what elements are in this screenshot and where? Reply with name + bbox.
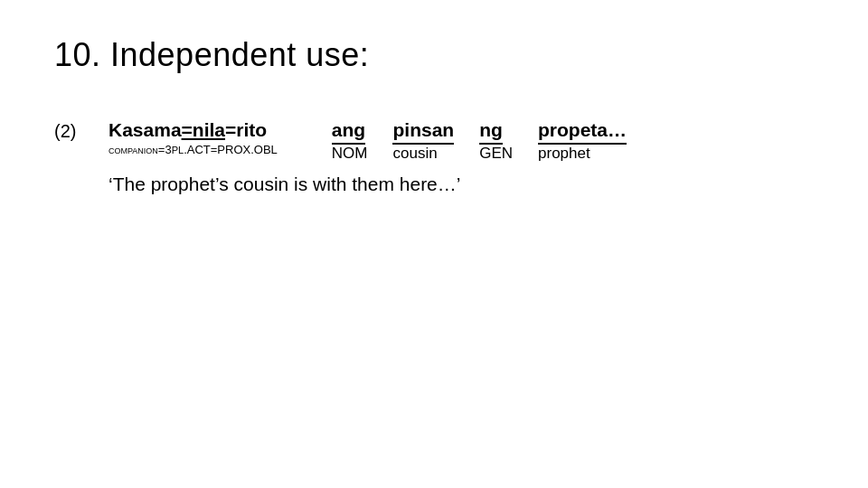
example-block: (2) Kasama=nila=rito companion=3PL.ACT=P… [54,119,814,195]
gloss-col-2-bottom: NOM [332,145,368,163]
gloss-col-4-top: ng [479,119,503,145]
gloss-col-3-top: pinsan [392,119,454,145]
gloss-col-5-bottom: prophet [538,145,590,163]
gloss-col-5-top: propeta… [538,119,627,145]
gloss-col-1-bottom: companion=3PL.ACT=PROX.OBL [108,143,278,156]
gloss-col-2: ang NOM [332,119,368,163]
gloss-col-3: pinsan cousin [392,119,454,163]
gloss-col-1-top: Kasama=nila=rito [108,119,267,143]
translation-line: ‘The prophet’s cousin is with them here…… [108,174,648,195]
word-kasama: Kasama [108,119,182,140]
gloss-col-2-top: ang [332,119,365,145]
gloss-col-5: propeta… prophet [538,119,627,163]
example-number: (2) [54,119,108,142]
page: 10. Independent use: (2) Kasama=nila=rit… [0,0,868,488]
word-rito: =rito [225,119,267,140]
example-content: Kasama=nila=rito companion=3PL.ACT=PROX.… [108,119,648,195]
gloss-col-4-bottom: GEN [479,145,513,163]
interlinear-gloss: Kasama=nila=rito companion=3PL.ACT=PROX.… [108,119,648,163]
gloss-col-4: ng GEN [479,119,513,163]
gloss-col-3-bottom: cousin [392,145,437,163]
word-nila: =nila [182,119,225,140]
page-title: 10. Independent use: [54,36,814,74]
gloss-col-1: Kasama=nila=rito companion=3PL.ACT=PROX.… [108,119,278,156]
